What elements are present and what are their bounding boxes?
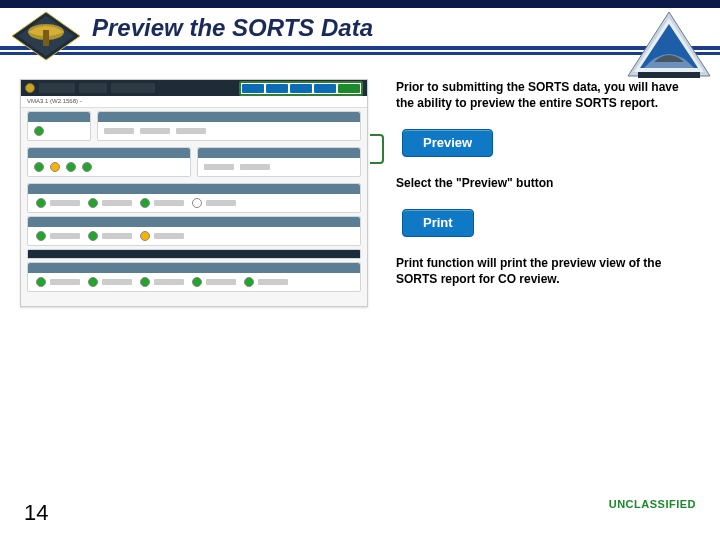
preview-pill <box>242 84 264 93</box>
status-dot-icon <box>140 231 150 241</box>
breadcrumb: VMA3.1 (W2.1568) - <box>21 96 367 108</box>
nav-tab <box>79 83 107 93</box>
status-dot-icon <box>140 277 150 287</box>
panel-card <box>197 147 361 177</box>
action-pill <box>314 84 336 93</box>
top-bar <box>0 0 720 8</box>
status-dot-icon <box>36 231 46 241</box>
header: Preview the SORTS Data <box>0 8 720 46</box>
panel-wide <box>27 249 361 259</box>
intro-text: Prior to submitting the SORTS data, you … <box>396 79 694 111</box>
preview-caption: Select the "Preview" button <box>396 175 694 191</box>
panel-card <box>27 147 191 177</box>
action-button-group <box>239 81 363 96</box>
action-pill <box>266 84 288 93</box>
status-dot-icon <box>66 162 76 172</box>
seal-icon <box>25 83 35 93</box>
org-logo-left <box>10 10 82 62</box>
status-dot-icon <box>34 126 44 136</box>
action-pill <box>290 84 312 93</box>
panel-card <box>97 111 361 141</box>
status-dot-icon <box>50 162 60 172</box>
print-caption: Print function will print the preview vi… <box>396 255 694 287</box>
screenshot-column: VMA3.1 (W2.1568) - <box>20 79 368 307</box>
status-dot-icon <box>34 162 44 172</box>
app-screenshot: VMA3.1 (W2.1568) - <box>20 79 368 307</box>
classification-label: UNCLASSIFIED <box>609 498 696 510</box>
page-number: 14 <box>24 500 48 526</box>
print-button[interactable]: Print <box>402 209 474 237</box>
panel-wide <box>27 216 361 246</box>
status-dot-icon <box>192 277 202 287</box>
status-dot-icon <box>244 277 254 287</box>
header-rule <box>0 46 720 55</box>
panel-wide <box>27 262 361 292</box>
instruction-column: Prior to submitting the SORTS data, you … <box>396 79 694 307</box>
callout-bracket-icon <box>370 134 384 164</box>
status-dot-icon <box>36 277 46 287</box>
org-logo-right <box>624 10 714 82</box>
status-dot-icon <box>140 198 150 208</box>
status-dot-icon <box>88 198 98 208</box>
status-dot-icon <box>82 162 92 172</box>
status-dot-icon <box>88 231 98 241</box>
svg-rect-7 <box>638 72 700 78</box>
nav-tab <box>111 83 155 93</box>
panel-wide <box>27 183 361 213</box>
svg-rect-3 <box>43 30 49 46</box>
preview-button[interactable]: Preview <box>402 129 493 157</box>
status-dot-icon <box>192 198 202 208</box>
status-dot-icon <box>88 277 98 287</box>
page-title: Preview the SORTS Data <box>92 14 373 42</box>
status-dot-icon <box>36 198 46 208</box>
action-pill <box>338 84 360 93</box>
panel-card <box>27 111 91 141</box>
app-topbar <box>21 80 367 96</box>
nav-tab <box>39 83 75 93</box>
content: VMA3.1 (W2.1568) - <box>0 55 720 307</box>
